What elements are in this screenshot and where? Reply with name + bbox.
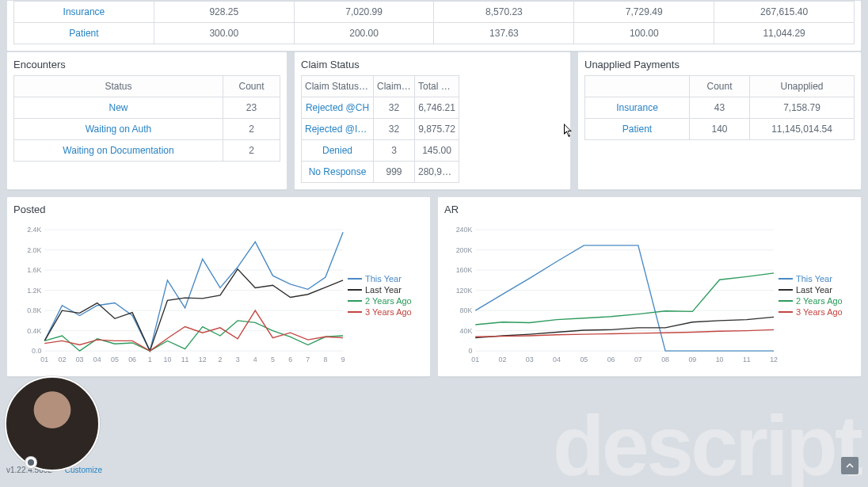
svg-text:06: 06: [607, 356, 615, 363]
ar-title: AR: [438, 197, 861, 220]
top-row-label[interactable]: Insurance: [14, 2, 154, 23]
encounter-status-link[interactable]: New: [14, 97, 223, 119]
svg-text:02: 02: [59, 356, 67, 363]
claim-header-desc: Claim Status Description: [302, 76, 374, 97]
svg-text:11: 11: [181, 356, 189, 363]
svg-text:01: 01: [40, 356, 48, 363]
posted-title: Posted: [7, 197, 430, 220]
svg-text:4: 4: [253, 356, 257, 363]
claim-status-table: Claim Status Description Claim Count Tot…: [301, 75, 459, 183]
top-summary-card: Insurance928.257,020.998,570.237,729.492…: [6, 0, 862, 51]
encounter-count-cell: 2: [223, 119, 280, 140]
unapplied-amount-cell: 7,158.79: [750, 97, 855, 119]
table-row: Waiting on Auth2: [14, 119, 280, 140]
svg-text:12: 12: [199, 356, 207, 363]
legend-this: This Year: [796, 274, 832, 283]
top-row-cell: 8,570.23: [434, 2, 574, 23]
table-row: Insurance437,158.79: [585, 97, 855, 119]
claim-desc-link[interactable]: No Response: [302, 162, 374, 183]
table-row: Patient14011,145,014.54: [585, 119, 855, 140]
unapplied-amount-cell: 11,145,014.54: [750, 119, 855, 140]
top-row-cell: 7,020.99: [294, 2, 434, 23]
svg-text:6: 6: [288, 356, 292, 363]
svg-text:40K: 40K: [460, 327, 473, 335]
svg-text:08: 08: [661, 356, 669, 363]
unapplied-count-cell: 43: [690, 97, 750, 119]
claim-desc-link[interactable]: Denied: [302, 140, 374, 162]
ar-legend: This Year Last Year 2 Years Ago 3 Years …: [779, 220, 855, 370]
claim-count-cell: 999: [374, 162, 415, 183]
legend-last: Last Year: [365, 285, 402, 295]
posted-legend: This Year Last Year 2 Years Ago 3 Years …: [348, 220, 424, 370]
table-row: New23: [14, 97, 280, 119]
claim-balance-cell: 280,962.86: [415, 162, 459, 183]
svg-text:07: 07: [634, 356, 642, 363]
svg-text:2: 2: [218, 356, 222, 363]
svg-text:05: 05: [580, 356, 588, 363]
unapplied-header-count: Count: [690, 76, 750, 97]
ar-chart: 040K80K120K160K200K240K01020304050607080…: [444, 220, 779, 370]
svg-text:0: 0: [468, 347, 472, 355]
legend-this: This Year: [365, 274, 402, 283]
table-row: Insurance928.257,020.998,570.237,729.492…: [14, 2, 855, 23]
claim-status-card: Claim Status Claim Status Description Cl…: [294, 51, 571, 190]
unapplied-label-link[interactable]: Patient: [585, 119, 690, 140]
svg-text:2.0K: 2.0K: [27, 246, 41, 254]
legend-2y: 2 Years Ago: [365, 296, 412, 306]
posted-chart: 0.00.4K0.8K1.2K1.6K2.0K2.4K0102030405061…: [13, 220, 348, 370]
svg-text:1.2K: 1.2K: [27, 287, 41, 295]
encounters-card: Encounters Status Count New23Waiting on …: [6, 51, 287, 190]
top-row-label[interactable]: Patient: [14, 23, 154, 44]
unapplied-label-link[interactable]: Insurance: [585, 97, 690, 119]
top-summary-table: Insurance928.257,020.998,570.237,729.492…: [13, 1, 855, 44]
claim-desc-link[interactable]: Rejected @INS: [302, 119, 374, 140]
svg-text:1.6K: 1.6K: [27, 266, 41, 274]
svg-text:9: 9: [341, 356, 345, 363]
encounter-status-link[interactable]: Waiting on Auth: [14, 119, 223, 140]
scroll-top-button[interactable]: [841, 457, 858, 474]
legend-last: Last Year: [796, 285, 832, 295]
top-row-cell: 11,044.29: [714, 23, 855, 44]
svg-text:80K: 80K: [460, 306, 473, 314]
svg-text:2.4K: 2.4K: [27, 226, 41, 234]
claim-desc-link[interactable]: Rejected @CH: [302, 97, 374, 119]
ar-card: AR 040K80K120K160K200K240K01020304050607…: [437, 196, 862, 377]
encounters-header-count: Count: [223, 76, 280, 97]
claim-header-count: Claim Count: [374, 76, 415, 97]
unapplied-count-cell: 140: [690, 119, 750, 140]
svg-text:160K: 160K: [456, 266, 473, 274]
encounter-count-cell: 23: [223, 97, 280, 119]
legend-3y: 3 Years Ago: [796, 307, 843, 317]
top-row-cell: 200.00: [294, 23, 434, 44]
unapplied-header-blank: [585, 76, 690, 97]
svg-text:0.8K: 0.8K: [27, 306, 41, 314]
top-row-cell: 267,615.40: [714, 2, 855, 23]
svg-text:200K: 200K: [456, 246, 473, 254]
svg-text:04: 04: [553, 356, 561, 363]
encounters-title: Encounters: [7, 52, 287, 75]
svg-text:0.0: 0.0: [32, 347, 41, 355]
legend-2y: 2 Years Ago: [796, 296, 843, 306]
claim-count-cell: 32: [374, 97, 415, 119]
encounter-count-cell: 2: [223, 140, 280, 162]
svg-text:12: 12: [770, 356, 778, 363]
table-row: Rejected @INS329,875.72: [302, 119, 459, 140]
svg-text:7: 7: [306, 356, 310, 363]
svg-text:3: 3: [236, 356, 240, 363]
table-row: Rejected @CH326,746.21: [302, 97, 459, 119]
claim-header-balance: Total Balance: [415, 76, 459, 97]
presenter-avatar: [5, 376, 100, 471]
encounter-status-link[interactable]: Waiting on Documentation: [14, 140, 223, 162]
claim-balance-cell: 6,746.21: [415, 97, 459, 119]
top-row-cell: 7,729.49: [574, 2, 714, 23]
top-row-cell: 300.00: [154, 23, 294, 44]
chevron-up-icon: [846, 462, 854, 470]
svg-text:01: 01: [471, 356, 479, 363]
svg-text:04: 04: [93, 356, 101, 363]
svg-text:06: 06: [128, 356, 136, 363]
legend-3y: 3 Years Ago: [365, 307, 412, 317]
table-row: Denied3145.00: [302, 140, 459, 162]
watermark: descript: [553, 396, 860, 487]
encounters-table: Status Count New23Waiting on Auth2Waitin…: [13, 75, 280, 162]
svg-text:03: 03: [526, 356, 534, 363]
